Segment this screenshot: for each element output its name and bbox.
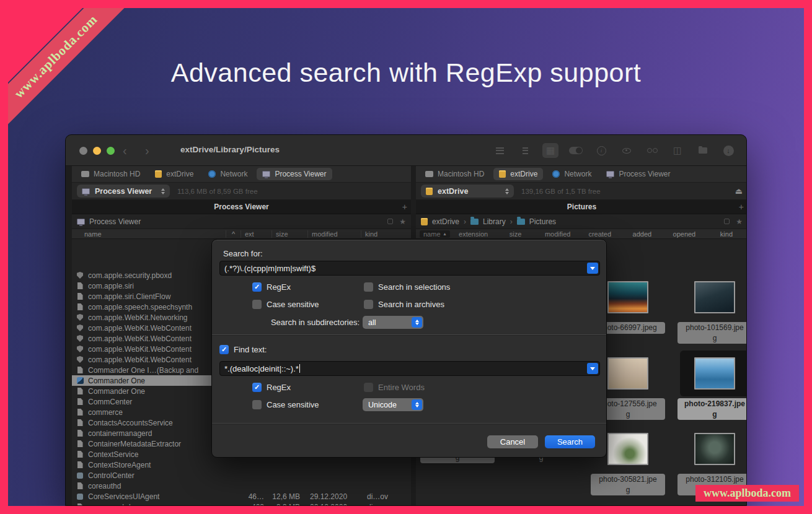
entire-words-row[interactable]: Entire Words [364, 383, 425, 392]
select-stepper-icon [412, 399, 422, 410]
find-text-row[interactable]: ✓ Find text: [219, 345, 267, 354]
drive-network[interactable]: Network [547, 168, 597, 180]
table-row[interactable]: ControlCenter [72, 470, 411, 481]
column-header-kind[interactable]: kind [361, 230, 411, 238]
info-icon[interactable]: i [593, 143, 609, 158]
file-icon [72, 494, 88, 500]
breadcrumb-extdrive[interactable]: extDrive [432, 217, 459, 226]
column-header-created[interactable]: created [579, 230, 621, 238]
find-case-sensitive-row[interactable]: Case sensitive [252, 400, 319, 409]
selection-backdrop [680, 351, 747, 396]
find-regex-row[interactable]: ✓ RegEx [252, 383, 291, 392]
table-row[interactable]: coreauthd [72, 481, 411, 491]
left-drive-bar: Macintosh HD extDrive Network Process Vi… [72, 166, 411, 183]
forward-icon[interactable]: › [145, 143, 149, 158]
file-icon [72, 356, 88, 363]
encoding-select[interactable]: Unicode [363, 398, 423, 411]
panel-toggle-icon[interactable] [568, 143, 584, 158]
file-icon [72, 335, 88, 342]
drive-macintosh-hd[interactable]: Macintosh HD [76, 168, 146, 180]
combo-dropdown-icon[interactable] [587, 263, 598, 274]
column-header-extension[interactable]: extension [452, 230, 495, 238]
table-row[interactable]: corespeechd 402 3,3 MB 22.12.2020 di…ov [72, 502, 411, 506]
column-header-opened[interactable]: opened [663, 230, 705, 238]
favorite-star-icon[interactable]: ★ [399, 217, 406, 226]
drive-macintosh-hd[interactable]: Macintosh HD [420, 168, 490, 180]
tab-process-viewer[interactable]: Process Viewer [214, 203, 269, 211]
close-button[interactable] [79, 147, 87, 155]
table-row[interactable]: CoreServicesUIAgent 46… 12,6 MB 29.12.20… [72, 491, 411, 502]
column-header-name[interactable]: name [72, 230, 226, 238]
checkbox-icon[interactable] [252, 400, 262, 409]
brief-list-view-icon[interactable] [517, 143, 533, 158]
thumbnail-view-icon[interactable]: ▦ [542, 143, 558, 158]
search-in-archives-row[interactable]: Search in archives [364, 300, 444, 309]
drive-extdrive[interactable]: extDrive [149, 168, 199, 180]
back-icon[interactable]: ‹ [123, 143, 127, 158]
tab-pictures[interactable]: Pictures [567, 203, 596, 211]
table-row[interactable]: ContextStoreAgent [72, 460, 411, 470]
breadcrumb-library[interactable]: Library [483, 217, 506, 226]
hidden-files-eye-icon[interactable] [619, 143, 635, 158]
left-volume-selector[interactable]: Process Viewer [77, 185, 170, 198]
column-header-modified[interactable]: modified [307, 230, 361, 238]
window-titlebar[interactable]: ‹ › extDrive/Library/Pictures ▦ i ◫ ↓ [66, 135, 746, 166]
find-text-value: *.(dealloc|deinit|::~).* [224, 364, 299, 373]
checkbox-checked-icon[interactable]: ✓ [219, 345, 229, 354]
window-title: extDrive/Library/Pictures [162, 145, 298, 154]
file-modified: 22.12.2020 [305, 503, 358, 507]
add-tab-button[interactable]: + [402, 202, 407, 212]
find-text-input[interactable]: *.(dealloc|deinit|::~).* [219, 361, 600, 376]
photo-label: photo-101569.jpeg [677, 322, 747, 344]
download-updates-icon[interactable]: ↓ [720, 143, 736, 158]
drive-process-viewer[interactable]: Process Viewer [601, 168, 676, 180]
column-header-kind[interactable]: kind [705, 230, 747, 238]
folder-tree-icon[interactable] [695, 143, 711, 158]
column-header-modified[interactable]: modified [537, 230, 579, 238]
checkbox-icon[interactable] [364, 282, 373, 292]
column-header-size[interactable]: size [495, 230, 537, 238]
photo-thumbnail [694, 281, 735, 313]
drive-network[interactable]: Network [203, 168, 253, 180]
file-icon [72, 325, 88, 331]
drive-extdrive[interactable]: extDrive [493, 168, 543, 180]
right-volume-selector[interactable]: extDrive [421, 185, 514, 198]
column-header-size[interactable]: size [271, 230, 307, 238]
case-sensitive-row[interactable]: Case sensitive [252, 300, 319, 309]
breadcrumb-pictures[interactable]: Pictures [529, 217, 556, 226]
left-path-bar: Process Viewer ★ [72, 214, 411, 229]
search-in-selections-row[interactable]: Search in selections [364, 282, 450, 292]
favorite-star-icon[interactable]: ★ [736, 217, 743, 226]
eject-icon[interactable]: ⏏ [735, 186, 743, 196]
photo-item[interactable]: photo-101569.jpeg [677, 281, 747, 344]
checkbox-checked-icon[interactable]: ✓ [252, 383, 262, 392]
checkbox-icon[interactable] [252, 300, 262, 309]
photo-item-selected[interactable]: photo-219837.jpeg [677, 357, 747, 420]
sort-asc-icon[interactable]: ^ [226, 230, 241, 238]
traffic-lights [79, 147, 115, 155]
add-tab-button[interactable]: + [739, 202, 744, 212]
minimize-button[interactable] [93, 147, 101, 155]
selection-checkbox-icon[interactable] [724, 219, 730, 224]
selection-checkbox-icon[interactable] [387, 219, 393, 224]
divider [212, 423, 606, 424]
zoom-button[interactable] [107, 147, 115, 155]
drive-process-viewer[interactable]: Process Viewer [257, 168, 332, 180]
checkbox-checked-icon[interactable]: ✓ [252, 282, 262, 292]
regex-checkbox-row[interactable]: ✓ RegEx [252, 282, 291, 292]
search-binoculars-icon[interactable] [644, 143, 660, 158]
left-path-label[interactable]: Process Viewer [89, 217, 141, 226]
combo-dropdown-icon[interactable] [587, 363, 598, 374]
search-pattern-input[interactable]: (.*?)\.(c|cpp|m|mm|swift)$ [219, 261, 600, 276]
full-list-view-icon[interactable] [492, 143, 508, 158]
checkbox-icon[interactable] [364, 300, 373, 309]
search-button[interactable]: Search [545, 435, 595, 448]
column-header-added[interactable]: added [621, 230, 663, 238]
column-header-name[interactable]: name▴ [420, 230, 450, 238]
subdirectories-select[interactable]: all [363, 316, 423, 329]
cancel-button[interactable]: Cancel [487, 435, 538, 448]
dual-pane-icon[interactable]: ◫ [669, 143, 686, 158]
breadcrumb: extDrive › Library › Pictures ★ [416, 214, 747, 229]
folder-icon [517, 219, 525, 225]
column-header-ext[interactable]: ext [241, 230, 271, 238]
